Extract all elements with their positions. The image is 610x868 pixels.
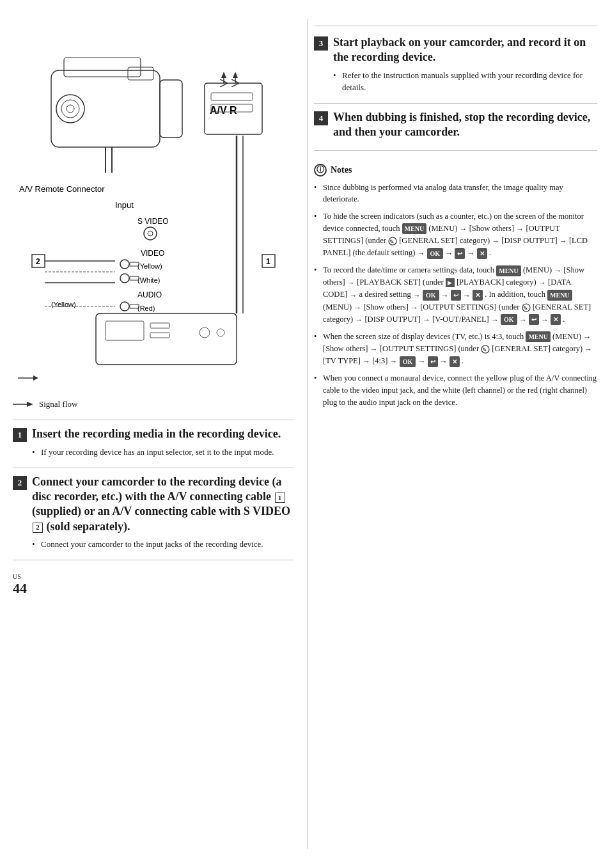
signal-flow-indicator (18, 375, 38, 381)
back-btn-3: ↩ (529, 314, 539, 325)
right-column: 3 Start playback on your camcorder, and … (307, 19, 597, 849)
step-2-header: 2 Connect your camcorder to the recordin… (13, 475, 294, 535)
badge-2: 2 (32, 255, 45, 267)
svg-marker-15 (221, 72, 226, 78)
step-4-header: 4 When dubbing is finished, stop the rec… (314, 110, 597, 140)
menu-btn-1: MENU (402, 223, 427, 234)
x-btn-1: ✕ (477, 248, 487, 259)
signal-flow-label: Signal flow (13, 399, 294, 409)
svg-text:AUDIO: AUDIO (137, 290, 162, 299)
signal-flow-text: Signal flow (39, 399, 77, 409)
camcorder-illustration (51, 58, 182, 173)
step-1-body: If your recording device has an input se… (13, 446, 294, 459)
step-1-block: 1 Insert the recording media in the reco… (13, 427, 294, 468)
page-lang: US (13, 573, 294, 580)
svg-point-1 (56, 95, 84, 123)
step-4-number: 4 (314, 111, 328, 125)
notes-header: ⓘ Notes (314, 164, 597, 177)
svg-marker-52 (27, 402, 33, 407)
svg-text:VIDEO: VIDEO (141, 249, 164, 258)
menu-btn-3: MENU (547, 290, 572, 301)
ok-btn-1: OK (427, 248, 444, 259)
notes-section: ⓘ Notes Since dubbing is performed via a… (314, 164, 597, 409)
svg-text:(Yellow): (Yellow) (137, 262, 162, 270)
page-number: US 44 (13, 573, 294, 597)
svg-rect-18 (106, 321, 144, 340)
step-3-number: 3 (314, 36, 328, 51)
step-2-block: 2 Connect your camcorder to the recordin… (13, 475, 294, 560)
step-3-header: 3 Start playback on your camcorder, and … (314, 35, 597, 65)
svg-marker-50 (33, 375, 38, 381)
svg-point-22 (217, 329, 224, 336)
back-btn-1: ↩ (455, 248, 465, 259)
step-4-title: When dubbing is finished, stop the recor… (333, 110, 597, 140)
playback-icon: ▶ (446, 278, 455, 287)
svg-marker-16 (233, 72, 238, 78)
step-1-title: Insert the recording media in the record… (32, 427, 281, 441)
step-2-title: Connect your camcorder to the recording … (32, 475, 294, 535)
cable-badge-1: 1 (275, 493, 285, 503)
step-4-block: 4 When dubbing is finished, stop the rec… (314, 110, 597, 151)
badge-1: 1 (262, 255, 275, 267)
step-2-number: 2 (13, 476, 27, 490)
connection-diagram: A/V Remote Connector (13, 19, 294, 390)
step-2-body: Connect your camcorder to the input jack… (13, 538, 294, 551)
svg-text:✎: ✎ (482, 347, 487, 353)
note-2: To hide the screen indicators (such as a… (314, 210, 597, 259)
svg-point-29 (120, 260, 129, 269)
notes-icon: ⓘ (314, 164, 327, 177)
step-3-title: Start playback on your camcorder, and re… (333, 35, 597, 65)
notes-title: Notes (331, 165, 352, 175)
svg-point-2 (61, 100, 79, 118)
svg-text:(Red): (Red) (137, 304, 155, 312)
svg-text:(White): (White) (137, 276, 160, 284)
page-num-display: 44 (13, 580, 27, 596)
divider-after-diagram (13, 420, 294, 420)
recording-device (96, 313, 237, 365)
input-box: Input S VIDEO VIDEO (Yellow) (White) (51, 200, 169, 312)
note-3: To record the date/time or camera settin… (314, 264, 597, 326)
back-btn-4: ↩ (428, 356, 438, 367)
svg-point-36 (120, 302, 129, 311)
left-column: A/V Remote Connector (13, 19, 307, 849)
svg-text:A/V R: A/V R (210, 105, 237, 116)
svg-text:S VIDEO: S VIDEO (137, 217, 169, 226)
signal-flow-arrow-icon (13, 400, 35, 409)
svg-text:✎: ✎ (523, 305, 528, 312)
svg-text:Input: Input (115, 200, 134, 210)
svg-rect-4 (160, 80, 182, 138)
svg-point-26 (148, 231, 153, 236)
av-r-box: A/V R (205, 72, 262, 134)
step-1-header: 1 Insert the recording media in the reco… (13, 427, 294, 442)
menu-btn-4: MENU (526, 331, 551, 342)
svg-point-21 (199, 327, 210, 338)
step-3-block: 3 Start playback on your camcorder, and … (314, 35, 597, 104)
back-btn-2: ↩ (451, 290, 461, 301)
top-rule (314, 26, 597, 26)
svg-text:1: 1 (266, 257, 270, 266)
cable-badge-2: 2 (33, 523, 43, 533)
x-btn-4: ✕ (450, 356, 460, 367)
ok-btn-4: OK (400, 356, 416, 367)
svg-rect-0 (51, 70, 160, 147)
note-5: When you connect a monaural device, conn… (314, 372, 597, 408)
step-1-bullet-0: If your recording device has an input se… (32, 446, 294, 459)
note-4: When the screen size of display devices … (314, 331, 597, 367)
step-3-body: Refer to the instruction manuals supplie… (314, 69, 597, 94)
x-btn-3: ✕ (551, 314, 561, 325)
menu-btn-2: MENU (496, 265, 521, 276)
svg-point-25 (144, 227, 157, 240)
av-remote-label: A/V Remote Connector (19, 184, 105, 194)
svg-text:(Yellow): (Yellow) (51, 301, 76, 308)
ok-btn-2: OK (423, 290, 439, 301)
svg-text:✎: ✎ (389, 239, 395, 245)
svg-point-32 (120, 274, 129, 283)
diagram-area: A/V Remote Connector (13, 19, 294, 393)
svg-text:2: 2 (36, 257, 40, 266)
svg-rect-20 (150, 333, 169, 338)
ok-btn-3: OK (501, 314, 517, 325)
note-1: Since dubbing is performed via analog da… (314, 182, 597, 206)
step-2-bullet-0: Connect your camcorder to the input jack… (32, 538, 294, 551)
x-btn-2: ✕ (473, 290, 483, 301)
svg-rect-11 (211, 93, 253, 100)
